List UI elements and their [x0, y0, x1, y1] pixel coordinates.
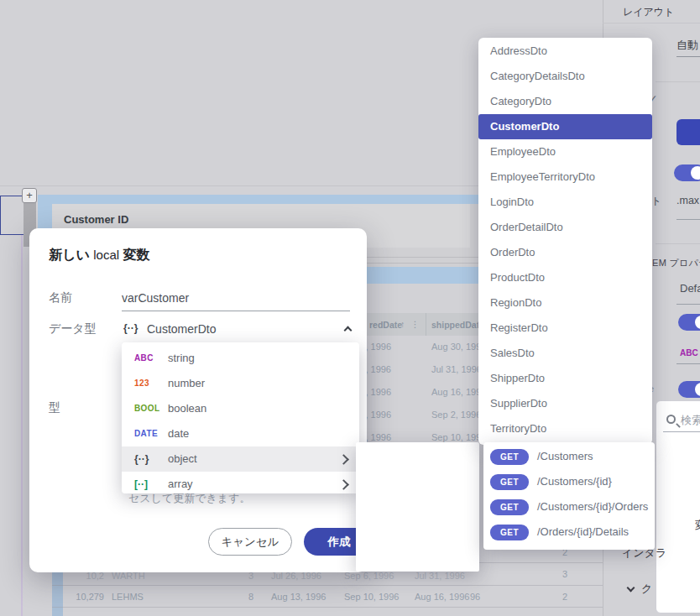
dialog-title-part: 変数 [123, 248, 150, 262]
get-method-badge: GET [490, 474, 529, 490]
cancel-button[interactable]: キャンセル [208, 528, 292, 556]
type-option-label: boolean [168, 396, 206, 421]
sidebar-toggle[interactable] [678, 314, 700, 331]
table-cell: Sep 2, 1996 [431, 409, 481, 420]
endpoint-path: /Orders/{id}/Details [537, 519, 629, 545]
type-option-object[interactable]: {··} object [122, 446, 359, 472]
name-input[interactable]: varCustomer [122, 291, 189, 305]
type-dropdown: ABC string 123 number BOOL boolean DATE … [122, 342, 359, 493]
dialog-title-part: 新しい [49, 248, 90, 262]
type-option-label: object [168, 446, 197, 472]
table-cell: Jul 31, 1996 [431, 363, 482, 375]
dto-option[interactable]: CategoryDto [478, 89, 652, 114]
chevron-right-icon [338, 454, 349, 465]
dto-option[interactable]: SalesDto [478, 341, 652, 366]
array-icon: [··] [134, 472, 148, 497]
datatype-select[interactable]: CustomerDto [147, 322, 216, 336]
type-option-array[interactable]: [··] array [122, 472, 359, 497]
endpoint-customers-id-orders[interactable]: GET /Customers/{id}/Orders [483, 494, 655, 519]
field-underline [676, 363, 700, 364]
customer-id-label: Customer ID [64, 213, 128, 226]
collapse-section-label[interactable]: ク [641, 582, 652, 597]
dialog-title: 新しい local 変数 [49, 247, 150, 264]
dto-option[interactable]: SupplierDto [478, 391, 652, 416]
dto-option[interactable]: RegisterDto [478, 316, 652, 341]
number-badge: 123 [134, 371, 166, 396]
tab-auto[interactable]: 自動 [676, 38, 698, 53]
name-label: 名前 [49, 290, 72, 305]
dto-option[interactable]: ProductDto [478, 265, 652, 290]
table-col-requireddate[interactable]: redDate [369, 319, 402, 331]
table-row-divider [52, 585, 603, 586]
item-properties-header: EM プロパティ [652, 257, 700, 269]
chevron-up-icon[interactable] [344, 326, 353, 335]
date-badge: DATE [134, 421, 166, 446]
dto-option[interactable]: EmployeeTerritoryDto [478, 164, 652, 190]
type-option-label: number [168, 371, 205, 396]
type-option-string[interactable]: ABC string [122, 346, 359, 371]
dto-option-selected[interactable]: CustomerDto [478, 114, 652, 139]
type-option-label: array [168, 472, 193, 497]
dto-option[interactable]: LoginDto [478, 190, 652, 215]
table-row-divider [52, 607, 603, 608]
table-cell: 2 [559, 591, 571, 603]
table-cell: 3 [559, 568, 571, 580]
endpoint-customers[interactable]: GET /Customers [483, 444, 655, 469]
default-label-partial: ト [651, 194, 661, 208]
search-icon [666, 415, 676, 424]
canvas-guide-line [21, 235, 23, 616]
new-variable-dialog: 新しい local 変数 名前 varCustomer データ型 {··} Cu… [29, 228, 367, 572]
endpoint-path: /Customers/{id}/Orders [537, 494, 648, 519]
search-underline [663, 431, 700, 432]
datatype-label: データ型 [49, 321, 97, 337]
search-panel: 検索 変 [656, 400, 700, 613]
dto-option[interactable]: OrderDetailDto [478, 215, 652, 240]
sidebar-toggle[interactable] [678, 381, 700, 398]
dto-option[interactable]: OrderDto [478, 240, 652, 265]
chevron-down-icon[interactable] [627, 584, 635, 593]
dialog-title-part: local [93, 248, 119, 262]
endpoint-customers-id[interactable]: GET /Customers/{id} [483, 469, 655, 494]
kanji-partial: 変 [695, 518, 700, 533]
max-field-underline [676, 219, 700, 220]
table-col-shippeddate[interactable]: shippedDate [431, 319, 484, 331]
datasource-submenu: Data Source 2 Financial Northwind Northw… [356, 442, 479, 572]
get-method-badge: GET [490, 499, 529, 515]
search-input[interactable]: 検索 [681, 413, 700, 428]
dto-option[interactable]: CategoryDetailsDto [478, 64, 652, 89]
type-option-number[interactable]: 123 number [122, 371, 359, 396]
sidebar-primary-button[interactable] [676, 119, 700, 145]
dto-option[interactable]: RegionDto [478, 290, 652, 316]
tab-layout[interactable]: レイアウト [623, 5, 674, 19]
sidebar-toggle[interactable] [674, 164, 700, 181]
sort-asc-icon[interactable]: ↑ [400, 318, 405, 330]
dto-option[interactable]: AddressDto [478, 39, 652, 64]
dto-option[interactable]: TerritoryDto [478, 416, 652, 441]
sidebar-section-divider [656, 243, 700, 244]
dto-option[interactable]: EmployeeDto [478, 139, 652, 164]
app-window: Customer ID + redDate ↑ ⋮ shippedDate 9,… [0, 0, 700, 616]
chevron-right-icon [338, 479, 349, 490]
get-method-badge: GET [490, 449, 529, 465]
string-type-badge: ABC [680, 348, 698, 358]
endpoint-path: /Customers [537, 444, 593, 469]
zoom-in-button[interactable]: + [22, 188, 37, 203]
sidebar-section-divider [656, 81, 700, 82]
max-field-value[interactable]: .max [676, 195, 699, 206]
shape-label: 型 [49, 400, 60, 415]
plus-icon: + [26, 189, 33, 201]
sidebar-tab-underline [603, 23, 700, 23]
dto-option[interactable]: ShipperDto [478, 366, 652, 391]
endpoint-path: /Customers/{id} [537, 469, 612, 494]
type-option-boolean[interactable]: BOOL boolean [122, 396, 359, 421]
type-option-date[interactable]: DATE date [122, 421, 359, 446]
endpoint-orders-id-details[interactable]: GET /Orders/{id}/Details [483, 519, 655, 545]
table-column-divider [426, 313, 426, 336]
type-option-label: date [168, 421, 189, 446]
default-value-field[interactable]: Defa [680, 282, 700, 295]
boolean-badge: BOOL [134, 396, 166, 421]
get-method-badge: GET [490, 525, 529, 540]
default-value-underline [676, 304, 700, 305]
kebab-menu-icon[interactable]: ⋮ [410, 318, 420, 330]
type-option-label: string [168, 346, 195, 371]
